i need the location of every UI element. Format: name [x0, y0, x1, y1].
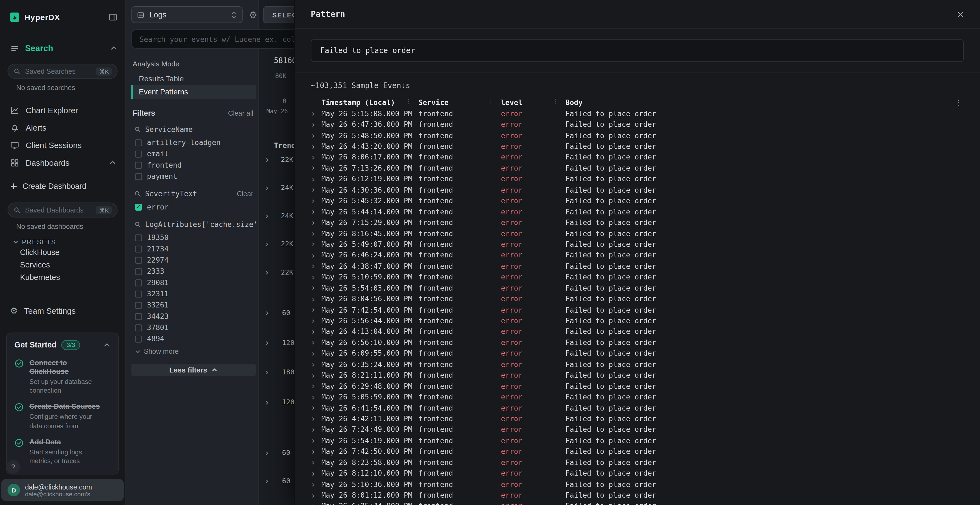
- pattern-row-chevron-icon[interactable]: ›: [263, 476, 271, 486]
- nav-dashboards[interactable]: Dashboards: [0, 154, 125, 171]
- sample-event-row[interactable]: ›May 26 5:10:59.000 PMfrontenderrorFaile…: [294, 272, 980, 283]
- row-expand-icon[interactable]: ›: [294, 371, 320, 380]
- row-expand-icon[interactable]: ›: [294, 480, 320, 489]
- sample-event-row[interactable]: ›May 26 6:35:24.000 PMfrontenderrorFaile…: [294, 359, 980, 370]
- sample-event-row[interactable]: ›May 26 5:54:03.000 PMfrontenderrorFaile…: [294, 283, 980, 293]
- row-expand-icon[interactable]: ›: [294, 196, 320, 205]
- filter-option-22974[interactable]: 22974: [131, 254, 256, 265]
- clear-severity-button[interactable]: Clear: [237, 190, 256, 197]
- preset-clickhouse[interactable]: ClickHouse: [0, 246, 125, 259]
- row-expand-icon[interactable]: ›: [294, 458, 320, 467]
- sample-event-row[interactable]: ›May 26 8:12:10.000 PMfrontenderrorFaile…: [294, 468, 980, 479]
- sample-event-row[interactable]: ›May 26 8:06:17.000 PMfrontenderrorFaile…: [294, 152, 980, 163]
- pattern-row-chevron-icon[interactable]: ›: [263, 397, 271, 407]
- sample-event-row[interactable]: ›May 26 4:43:20.000 PMfrontenderrorFaile…: [294, 141, 980, 152]
- column-resize-handle[interactable]: ⋮: [405, 98, 412, 105]
- sample-event-row[interactable]: ›May 26 4:38:47.000 PMfrontenderrorFaile…: [294, 260, 980, 272]
- sample-event-row[interactable]: ›May 26 6:56:10.000 PMfrontenderrorFaile…: [294, 337, 980, 348]
- less-filters-button[interactable]: Less filters: [131, 364, 256, 376]
- checkbox-icon[interactable]: [135, 313, 142, 320]
- row-expand-icon[interactable]: ›: [294, 130, 320, 140]
- row-expand-icon[interactable]: ›: [294, 403, 320, 413]
- checkbox-icon[interactable]: [135, 268, 142, 275]
- team-settings-button[interactable]: ⚙ Team Settings: [0, 304, 125, 318]
- checkbox-icon[interactable]: [135, 139, 142, 146]
- get-started-item[interactable]: Connect to ClickHouse Set up your databa…: [14, 358, 111, 395]
- row-expand-icon[interactable]: ›: [294, 185, 320, 195]
- pattern-row-chevron-icon[interactable]: ›: [263, 308, 271, 318]
- row-expand-icon[interactable]: ›: [294, 468, 320, 478]
- row-expand-icon[interactable]: ›: [294, 305, 320, 314]
- row-expand-icon[interactable]: ›: [294, 175, 320, 184]
- row-expand-icon[interactable]: ›: [294, 272, 320, 282]
- preset-services[interactable]: Services: [0, 259, 125, 271]
- preset-kubernetes[interactable]: Kubernetes: [0, 271, 125, 284]
- checkbox-icon[interactable]: [135, 335, 142, 342]
- sample-event-row[interactable]: ›May 26 4:30:36.000 PMfrontenderrorFaile…: [294, 184, 980, 195]
- filter-option-34423[interactable]: 34423: [131, 311, 256, 322]
- sample-event-row[interactable]: ›May 26 6:25:44.000 PMfrontenderrorFaile…: [294, 501, 980, 505]
- column-menu-icon[interactable]: ⋮: [955, 98, 980, 106]
- nav-client-sessions[interactable]: Client Sessions: [0, 136, 125, 154]
- sample-event-row[interactable]: ›May 26 4:13:04.000 PMfrontenderrorFaile…: [294, 326, 980, 337]
- get-started-item[interactable]: Add Data Start sending logs, metrics, or…: [14, 437, 111, 465]
- sample-event-row[interactable]: ›May 26 8:01:12.000 PMfrontenderrorFaile…: [294, 490, 980, 501]
- sample-event-row[interactable]: ›May 26 5:48:50.000 PMfrontenderrorFaile…: [294, 130, 980, 141]
- pattern-row-chevron-icon[interactable]: ›: [263, 338, 271, 348]
- sample-event-row[interactable]: ›May 26 5:49:07.000 PMfrontenderrorFaile…: [294, 239, 980, 250]
- row-expand-icon[interactable]: ›: [294, 360, 320, 369]
- sample-event-row[interactable]: ›May 26 5:45:32.000 PMfrontenderrorFaile…: [294, 195, 980, 206]
- close-icon[interactable]: ×: [957, 8, 964, 20]
- sample-event-row[interactable]: ›May 26 8:16:45.000 PMfrontenderrorFaile…: [294, 228, 980, 239]
- row-expand-icon[interactable]: ›: [294, 316, 320, 325]
- sample-event-row[interactable]: ›May 26 5:44:14.000 PMfrontenderrorFaile…: [294, 206, 980, 217]
- col-timestamp[interactable]: Timestamp (Local)⋮: [320, 98, 417, 106]
- sample-event-row[interactable]: ›May 26 5:05:59.000 PMfrontenderrorFaile…: [294, 392, 980, 402]
- filter-option-4894[interactable]: 4894: [131, 333, 256, 344]
- filter-option-37801[interactable]: 37801: [131, 322, 256, 333]
- checkbox-icon[interactable]: [135, 257, 142, 264]
- row-expand-icon[interactable]: ›: [294, 207, 320, 216]
- sample-event-row[interactable]: ›May 26 8:04:56.000 PMfrontenderrorFaile…: [294, 293, 980, 304]
- presets-toggle[interactable]: PRESETS: [13, 238, 125, 246]
- help-button[interactable]: ?: [6, 460, 20, 474]
- checkbox-icon[interactable]: [135, 290, 142, 297]
- col-service[interactable]: Service⋮: [417, 98, 499, 106]
- sample-event-row[interactable]: ›May 26 6:29:48.000 PMfrontenderrorFaile…: [294, 381, 980, 392]
- checkbox-icon[interactable]: ✓: [135, 203, 142, 210]
- collapse-panel-icon[interactable]: [108, 12, 117, 22]
- sample-event-row[interactable]: ›May 26 8:21:11.000 PMfrontenderrorFaile…: [294, 370, 980, 381]
- row-expand-icon[interactable]: ›: [294, 120, 320, 129]
- sample-event-row[interactable]: ›May 26 7:15:29.000 PMfrontenderrorFaile…: [294, 217, 980, 228]
- row-expand-icon[interactable]: ›: [294, 414, 320, 423]
- saved-searches-input[interactable]: Saved Searches ⌘K: [8, 64, 118, 79]
- row-expand-icon[interactable]: ›: [294, 349, 320, 358]
- get-started-item[interactable]: Create Data Sources Configure where your…: [14, 402, 111, 430]
- row-expand-icon[interactable]: ›: [294, 262, 320, 271]
- row-expand-icon[interactable]: ›: [294, 240, 320, 249]
- sample-event-row[interactable]: ›May 26 6:09:55.000 PMfrontenderrorFaile…: [294, 348, 980, 359]
- mode-event-patterns[interactable]: Event Patterns: [131, 85, 256, 99]
- sample-event-row[interactable]: ›May 26 4:42:11.000 PMfrontenderrorFaile…: [294, 413, 980, 424]
- sample-event-row[interactable]: ›May 26 8:23:58.000 PMfrontenderrorFaile…: [294, 457, 980, 468]
- row-expand-icon[interactable]: ›: [294, 447, 320, 456]
- nav-alerts[interactable]: Alerts: [0, 119, 125, 136]
- row-expand-icon[interactable]: ›: [294, 436, 320, 445]
- column-resize-handle[interactable]: ⋮: [488, 98, 494, 105]
- sample-event-row[interactable]: ›May 26 5:56:44.000 PMfrontenderrorFaile…: [294, 315, 980, 326]
- col-body[interactable]: Body: [563, 98, 955, 106]
- mode-results-table[interactable]: Results Table: [131, 72, 256, 85]
- sample-event-row[interactable]: ›May 26 6:41:54.000 PMfrontenderrorFaile…: [294, 402, 980, 413]
- checkbox-icon[interactable]: [135, 279, 142, 286]
- row-expand-icon[interactable]: ›: [294, 283, 320, 292]
- row-expand-icon[interactable]: ›: [294, 501, 320, 505]
- checkbox-icon[interactable]: [135, 234, 142, 241]
- clear-all-button[interactable]: Clear all: [228, 110, 256, 117]
- filter-option-19350[interactable]: 19350: [131, 232, 256, 243]
- sample-event-row[interactable]: ›May 26 5:15:08.000 PMfrontenderrorFaile…: [294, 108, 980, 119]
- row-expand-icon[interactable]: ›: [294, 152, 320, 162]
- row-expand-icon[interactable]: ›: [294, 381, 320, 391]
- row-expand-icon[interactable]: ›: [294, 164, 320, 173]
- row-expand-icon[interactable]: ›: [294, 109, 320, 118]
- filter-option-error[interactable]: ✓error: [131, 201, 256, 213]
